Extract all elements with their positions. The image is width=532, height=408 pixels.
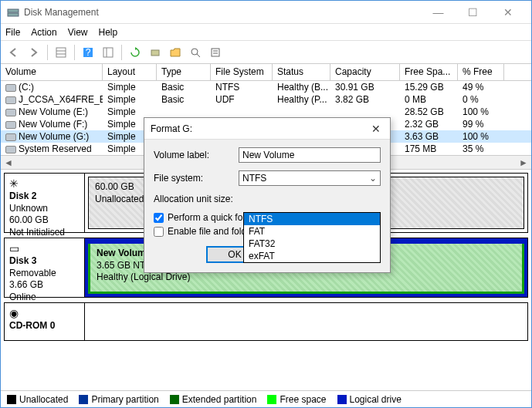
legend-free: Free space <box>280 394 326 405</box>
table-row[interactable]: New Volume (E:)Simple28.52 GB100 % <box>1 106 531 118</box>
disk-3-name: Disk 3 <box>9 255 36 266</box>
part-line3: Healthy (Logical Drive) <box>97 271 190 282</box>
titlebar: Disk Management — ☐ ✕ <box>1 1 531 24</box>
disk-2-status: Unknown <box>9 203 48 214</box>
scroll-right-icon[interactable]: ► <box>517 157 530 169</box>
toolbar: ? <box>1 41 531 64</box>
dialog-title: Format G: <box>151 123 368 134</box>
format-dialog: Format G: ✕ Volume label: File system: N… <box>144 117 391 273</box>
compression-checkbox[interactable] <box>154 227 164 237</box>
col-type[interactable]: Type <box>157 64 211 80</box>
disk-3-status: Removable <box>9 268 56 278</box>
maximize-button[interactable]: ☐ <box>456 2 490 23</box>
forward-icon[interactable] <box>25 44 42 61</box>
filesystem-dropdown: NTFS FAT FAT32 exFAT <box>243 212 381 263</box>
filesystem-select[interactable]: NTFS ⌄ <box>239 170 381 186</box>
grid-header: Volume Layout Type File System Status Ca… <box>1 64 531 81</box>
legend-logical: Logical drive <box>350 394 402 405</box>
col-capacity[interactable]: Capacity <box>330 64 400 80</box>
disk-2-size: 60.00 GB <box>9 214 49 225</box>
svg-rect-9 <box>151 50 159 56</box>
svg-rect-7 <box>103 48 113 57</box>
option-ntfs[interactable]: NTFS <box>244 213 380 225</box>
svg-text:?: ? <box>86 47 91 58</box>
disk-2-info: ✳ Disk 2 Unknown 60.00 GB Not Initialise… <box>5 174 85 232</box>
dialog-close-button[interactable]: ✕ <box>368 123 384 135</box>
menu-action[interactable]: Action <box>31 27 56 38</box>
app-icon <box>7 6 19 19</box>
col-volume[interactable]: Volume <box>1 64 103 80</box>
cdrom-icon: ◉ <box>9 306 80 320</box>
menubar: File Action View Help <box>1 24 531 41</box>
window-title: Disk Management <box>24 7 421 18</box>
search-icon[interactable] <box>187 44 204 61</box>
menu-view[interactable]: View <box>68 27 88 38</box>
unknown-disk-icon: ✳ <box>9 177 80 191</box>
back-icon[interactable] <box>5 44 22 61</box>
disk-2-init: Not Initialised <box>9 227 65 238</box>
col-filesystem[interactable]: File System <box>211 64 273 80</box>
svg-rect-0 <box>8 9 19 12</box>
volume-label-input[interactable] <box>239 147 381 163</box>
cdrom-name: CD-ROM 0 <box>9 320 55 331</box>
properties-icon[interactable] <box>207 44 224 61</box>
svg-rect-1 <box>8 13 19 16</box>
table-row[interactable]: (C:)SimpleBasicNTFSHealthy (B...30.91 GB… <box>1 81 531 93</box>
disk-icon[interactable] <box>147 44 164 61</box>
option-fat32[interactable]: FAT32 <box>244 238 380 250</box>
col-pct[interactable]: % Free <box>458 64 504 80</box>
menu-file[interactable]: File <box>5 27 20 38</box>
list-icon[interactable] <box>100 44 117 61</box>
svg-line-11 <box>197 54 200 57</box>
close-button[interactable]: ✕ <box>490 2 525 23</box>
removable-disk-icon: ▭ <box>9 241 80 255</box>
cdrom-info: ◉ CD-ROM 0 <box>5 303 85 340</box>
legend-primary: Primary partition <box>91 394 158 405</box>
help-icon[interactable]: ? <box>80 44 97 61</box>
minimize-button[interactable]: — <box>421 2 456 23</box>
open-icon[interactable] <box>167 44 184 61</box>
menu-help[interactable]: Help <box>99 27 118 38</box>
volume-label-label: Volume label: <box>154 150 239 160</box>
legend-unallocated: Unallocated <box>19 394 68 405</box>
part-label: Unallocated <box>95 194 144 204</box>
svg-rect-12 <box>212 49 219 56</box>
dialog-titlebar: Format G: ✕ <box>144 118 390 140</box>
col-status[interactable]: Status <box>273 64 330 80</box>
disk-3-size: 3.66 GB <box>9 279 43 290</box>
legend-extended: Extended partition <box>182 394 257 405</box>
disk-2-name: Disk 2 <box>9 191 36 201</box>
allocation-label: Allocation unit size: <box>154 194 239 204</box>
refresh-icon[interactable] <box>127 44 144 61</box>
disk-3-info: ▭ Disk 3 Removable 3.66 GB Online <box>5 238 85 297</box>
table-row[interactable]: J_CCSA_X64FRE_E...SimpleBasicUDFHealthy … <box>1 93 531 106</box>
svg-point-10 <box>191 49 198 55</box>
legend: Unallocated Primary partition Extended p… <box>1 390 531 407</box>
disk-3-init: Online <box>9 292 36 302</box>
option-fat[interactable]: FAT <box>244 225 380 238</box>
part-size: 60.00 GB <box>95 181 134 192</box>
disk-row-cdrom[interactable]: ◉ CD-ROM 0 <box>4 302 528 341</box>
col-free[interactable]: Free Spa... <box>400 64 458 80</box>
grid-icon[interactable] <box>53 44 69 61</box>
option-exfat[interactable]: exFAT <box>244 250 380 262</box>
svg-rect-2 <box>56 48 66 57</box>
chevron-down-icon: ⌄ <box>369 173 377 184</box>
filesystem-label: File system: <box>154 173 239 184</box>
filesystem-value: NTFS <box>242 173 266 184</box>
col-layout[interactable]: Layout <box>103 64 157 80</box>
quick-format-checkbox[interactable] <box>154 213 164 223</box>
scroll-left-icon[interactable]: ◄ <box>2 157 15 169</box>
